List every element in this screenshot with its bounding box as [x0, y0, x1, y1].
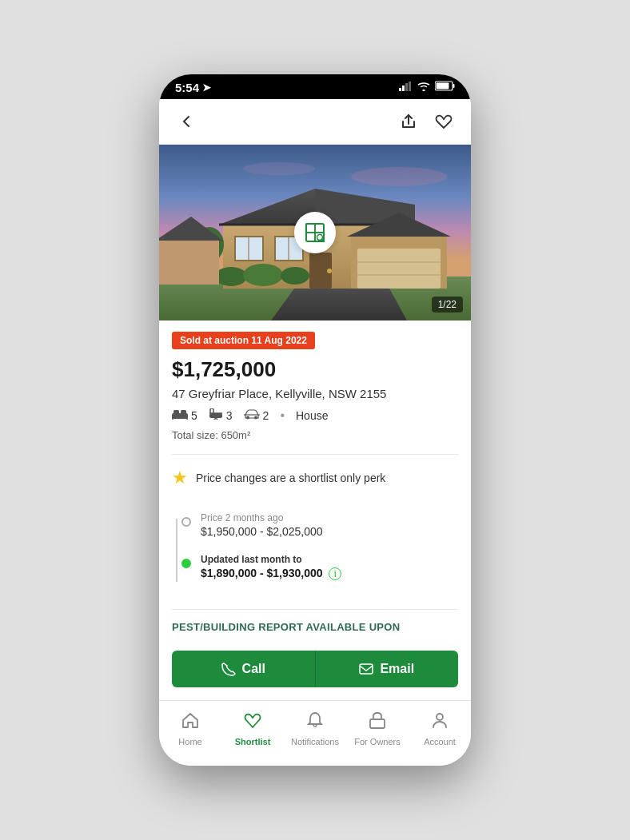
- svg-rect-2: [405, 83, 408, 91]
- svg-point-33: [243, 162, 315, 175]
- bathroom-count: 3: [226, 409, 233, 422]
- wifi-icon: [417, 82, 430, 94]
- notifications-icon: [305, 711, 325, 735]
- for-owners-icon: [368, 711, 387, 735]
- property-image: 1/22: [159, 145, 471, 320]
- shortlist-perk: ★ Price changes are a shortlist only per…: [172, 464, 458, 492]
- pest-report-section: PEST/BUILDING REPORT AVAILABLE UPON: [172, 609, 458, 641]
- nav-account[interactable]: Account: [409, 707, 471, 750]
- property-features: 5 3 2 • House: [172, 408, 458, 423]
- nav-for-owners[interactable]: For Owners: [346, 707, 409, 750]
- signal-icon: [399, 82, 413, 94]
- email-button[interactable]: Email: [315, 651, 459, 687]
- current-price-value: $1,890,000 - $1,930,000 i: [201, 567, 458, 580]
- back-button[interactable]: [172, 107, 201, 136]
- call-label: Call: [242, 662, 265, 676]
- sold-badge: Sold at auction 11 Aug 2022: [172, 332, 315, 349]
- svg-line-45: [216, 418, 217, 420]
- star-icon: ★: [172, 468, 188, 488]
- nav-home[interactable]: Home: [159, 707, 221, 750]
- home-icon: [181, 711, 200, 735]
- svg-rect-38: [172, 413, 188, 419]
- floor-plan-button[interactable]: [294, 212, 336, 253]
- bedroom-count: 5: [191, 409, 197, 422]
- svg-point-47: [246, 416, 249, 419]
- svg-rect-30: [159, 241, 219, 285]
- svg-point-52: [437, 714, 443, 720]
- image-count: 1/22: [432, 297, 463, 313]
- svg-rect-0: [399, 88, 401, 91]
- previous-price-value: $1,950,000 - $2,025,000: [201, 525, 458, 538]
- current-price-label: Updated last month to: [201, 554, 458, 565]
- dot-separator: •: [280, 408, 285, 423]
- bottom-nav: Home Shortlist Notifications For Owners …: [159, 700, 471, 766]
- svg-rect-43: [209, 413, 222, 418]
- carspaces-feature: 2: [244, 408, 269, 423]
- car-icon: [244, 408, 260, 423]
- bedrooms-feature: 5: [172, 408, 197, 423]
- phone-frame: 5:54 ➤: [159, 74, 471, 766]
- nav-notifications[interactable]: Notifications: [284, 707, 346, 750]
- favorite-button[interactable]: [429, 107, 458, 136]
- pest-report-text: PEST/BUILDING REPORT AVAILABLE UPON: [172, 621, 458, 633]
- account-icon: [430, 711, 449, 735]
- bath-icon: [209, 408, 223, 423]
- svg-rect-35: [306, 224, 315, 233]
- svg-rect-42: [186, 417, 188, 420]
- svg-point-26: [243, 264, 283, 286]
- svg-rect-6: [437, 83, 449, 90]
- svg-rect-16: [357, 249, 441, 289]
- nav-shortlist[interactable]: Shortlist: [221, 707, 284, 750]
- svg-point-27: [281, 267, 309, 285]
- svg-rect-41: [172, 417, 173, 420]
- carspace-count: 2: [263, 409, 269, 422]
- svg-point-24: [327, 269, 332, 273]
- info-icon[interactable]: i: [329, 567, 341, 580]
- price-history: Price 2 months ago $1,950,000 - $2,025,0…: [172, 504, 458, 609]
- current-price-item: Updated last month to $1,890,000 - $1,93…: [185, 554, 458, 580]
- svg-rect-39: [173, 410, 179, 414]
- status-bar: 5:54 ➤: [159, 74, 471, 99]
- action-buttons: Call Email: [172, 651, 458, 687]
- svg-point-25: [215, 267, 247, 286]
- previous-price-item: Price 2 months ago $1,950,000 - $2,025,0…: [185, 512, 458, 538]
- content-area: Sold at auction 11 Aug 2022 $1,725,000 4…: [159, 320, 471, 700]
- call-button[interactable]: Call: [172, 651, 315, 687]
- header-nav: [159, 99, 471, 145]
- svg-rect-5: [453, 84, 455, 88]
- previous-price-label: Price 2 months ago: [201, 512, 458, 524]
- total-size: Total size: 650m²: [172, 429, 458, 441]
- account-label: Account: [424, 737, 456, 746]
- for-owners-label: For Owners: [354, 737, 400, 746]
- timeline-dot-previous: [181, 517, 191, 527]
- svg-rect-1: [402, 86, 405, 91]
- bed-icon: [172, 408, 188, 423]
- svg-point-32: [351, 167, 447, 186]
- shortlist-icon: [243, 711, 262, 735]
- share-button[interactable]: [394, 107, 423, 136]
- timeline-dot-current: [181, 559, 191, 568]
- svg-point-48: [254, 416, 257, 419]
- email-label: Email: [380, 662, 414, 676]
- shortlist-label: Shortlist: [235, 737, 271, 746]
- perk-text: Price changes are a shortlist only perk: [196, 472, 385, 484]
- property-price: $1,725,000: [172, 357, 458, 382]
- time-display: 5:54: [175, 81, 199, 94]
- svg-rect-40: [181, 410, 186, 414]
- location-icon: ➤: [202, 82, 211, 94]
- svg-rect-51: [370, 719, 385, 728]
- battery-icon: [435, 81, 455, 94]
- svg-rect-3: [409, 82, 411, 91]
- notifications-label: Notifications: [291, 737, 339, 746]
- property-address: 47 Greyfriar Place, Kellyville, NSW 2155: [172, 387, 458, 400]
- property-type: House: [296, 409, 328, 422]
- bathrooms-feature: 3: [209, 408, 233, 423]
- divider-1: [172, 454, 458, 455]
- home-label: Home: [178, 737, 201, 746]
- svg-rect-50: [360, 664, 373, 674]
